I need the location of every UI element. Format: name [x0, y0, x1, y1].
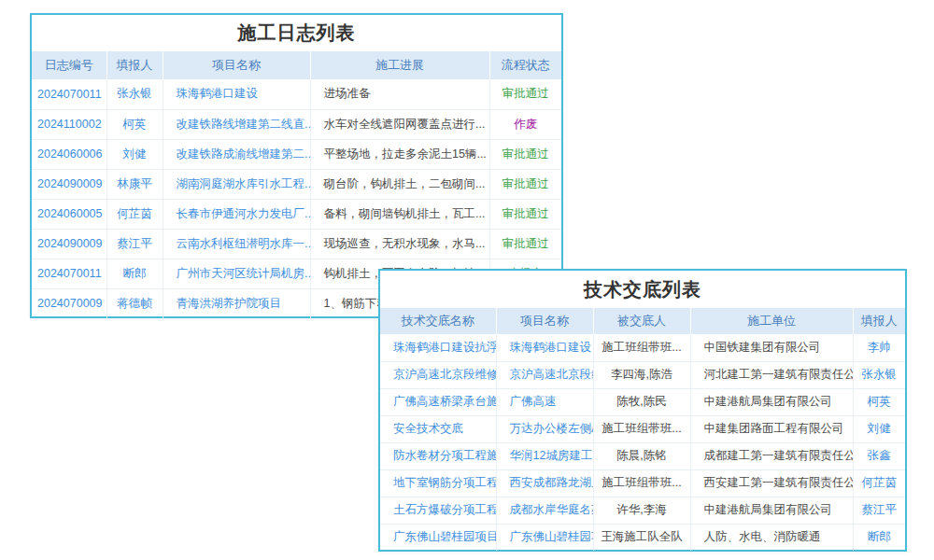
- log-id-link[interactable]: 2024070011: [37, 88, 102, 101]
- reporter-link[interactable]: 李帅: [868, 341, 891, 354]
- project-link[interactable]: 珠海鹤港口建设: [510, 341, 592, 354]
- log-id-link[interactable]: 2024090009: [37, 177, 103, 190]
- column-header-contractor: 施工单位: [690, 308, 853, 334]
- contractor-text: 河北建工第一建筑有限责任公司: [704, 368, 854, 381]
- project-link[interactable]: 广州市天河区统计局机房...: [177, 267, 311, 280]
- project-link[interactable]: 青海洪湖养护院项目: [177, 297, 282, 310]
- project-link[interactable]: 改建铁路线增建第二线直...: [177, 118, 311, 131]
- table-header-row: 日志编号 填报人 项目名称 施工进展 流程状态: [32, 51, 561, 79]
- reporter-link[interactable]: 断郎: [123, 267, 147, 280]
- table-row: 2024110002 柯英 改建铁路线增建第二线直... 水车对全线遮阳网覆盖点…: [32, 109, 561, 139]
- status-badge: 审批通过: [502, 207, 549, 220]
- table-row: 地下室钢筋分项工程... 西安成都路龙湖上... 施工班组带班... 西安建工第…: [380, 469, 905, 497]
- reporter-link[interactable]: 何芷茵: [862, 476, 898, 489]
- log-id-link[interactable]: 2024060005: [37, 207, 103, 220]
- disclosure-name-link[interactable]: 防水卷材分项工程施...: [393, 449, 496, 462]
- table-header-row: 技术交底名称 项目名称 被交底人 施工单位 填报人: [380, 308, 905, 334]
- table-row: 广东佛山碧桂园项目... 广东佛山碧桂园项目 王海施工队全队 人防、水电、消防暖…: [380, 524, 905, 551]
- reporter-link[interactable]: 蒋德帧: [117, 297, 152, 310]
- recipient-text: 陈晨,陈铭: [616, 449, 666, 462]
- tech-disclosure-panel: 技术交底列表 技术交底名称 项目名称 被交底人 施工单位 填报人 珠海鹤港口建设…: [378, 269, 907, 552]
- table-row: 广佛高速桥梁承台施... 广佛高速 陈牧,陈民 中建港航局集团有限公司 柯英: [380, 388, 905, 415]
- status-badge: 审批通过: [502, 147, 549, 161]
- recipient-text: 施工班组带班...: [601, 422, 681, 435]
- progress-text: 平整场地，拉走多余泥土15辆...: [324, 147, 487, 161]
- column-header-disclosure-name: 技术交底名称: [380, 308, 496, 334]
- disclosure-name-link[interactable]: 京沪高速北京段维修...: [393, 368, 496, 381]
- column-header-project: 项目名称: [496, 308, 593, 334]
- column-header-reporter: 填报人: [853, 308, 905, 334]
- table-row: 2024060005 何芷茵 长春市伊通河水力发电厂... 备料，砌间墙钩机排土…: [32, 199, 561, 229]
- log-id-link[interactable]: 2024090009: [37, 237, 103, 250]
- contractor-text: 中建港航局集团有限公司: [704, 503, 833, 516]
- reporter-link[interactable]: 林康平: [117, 177, 152, 190]
- recipient-text: 施工班组带班...: [601, 476, 681, 489]
- progress-text: 水车对全线遮阳网覆盖点进行...: [324, 118, 486, 131]
- reporter-link[interactable]: 刘健: [123, 147, 147, 161]
- project-link[interactable]: 云南水利枢纽潜明水库一...: [177, 237, 311, 250]
- project-link[interactable]: 京沪高速北京段维修: [510, 368, 594, 381]
- column-header-project: 项目名称: [163, 51, 310, 79]
- reporter-link[interactable]: 断郎: [868, 530, 891, 543]
- contractor-text: 中建集团路面工程有限公司: [704, 422, 844, 435]
- table-row: 京沪高速北京段维修... 京沪高速北京段维修 李四海,陈浩 河北建工第一建筑有限…: [380, 361, 905, 388]
- status-badge: 作废: [514, 118, 537, 131]
- recipient-text: 许华,李海: [616, 503, 666, 516]
- column-header-reporter: 填报人: [106, 51, 163, 79]
- project-link[interactable]: 珠海鹤港口建设: [177, 87, 259, 100]
- column-header-status: 流程状态: [489, 51, 561, 79]
- log-id-link[interactable]: 2024110002: [37, 118, 102, 131]
- disclosure-name-link[interactable]: 安全技术交底: [393, 422, 463, 435]
- table-row: 安全技术交底 万达办公楼左侧A... 施工班组带班... 中建集团路面工程有限公…: [380, 415, 905, 442]
- log-id-link[interactable]: 2024060006: [37, 147, 103, 161]
- recipient-text: 陈牧,陈民: [616, 395, 666, 408]
- reporter-link[interactable]: 张永银: [862, 368, 898, 381]
- column-header-progress: 施工进展: [310, 51, 489, 79]
- page-title: 技术交底列表: [380, 271, 905, 308]
- reporter-link[interactable]: 蔡江平: [117, 237, 152, 250]
- contractor-text: 中建港航局集团有限公司: [704, 395, 833, 408]
- disclosure-name-link[interactable]: 珠海鹤港口建设抗浮...: [393, 341, 496, 354]
- contractor-text: 人防、水电、消防暖通: [704, 530, 821, 543]
- column-header-recipient: 被交底人: [593, 308, 690, 334]
- table-row: 防水卷材分项工程施... 华润12城房建工... 陈晨,陈铭 成都建工第一建筑有…: [380, 442, 905, 469]
- log-id-link[interactable]: 2024070011: [37, 267, 102, 280]
- reporter-link[interactable]: 柯英: [123, 118, 147, 131]
- project-link[interactable]: 成都水岸华庭名苑...: [510, 503, 594, 516]
- project-link[interactable]: 西安成都路龙湖上...: [510, 476, 594, 489]
- status-badge: 审批通过: [502, 87, 549, 100]
- tech-disclosure-table: 技术交底名称 项目名称 被交底人 施工单位 填报人 珠海鹤港口建设抗浮... 珠…: [380, 308, 905, 551]
- log-id-link[interactable]: 2024070009: [37, 297, 103, 310]
- disclosure-name-link[interactable]: 地下室钢筋分项工程...: [393, 476, 496, 489]
- disclosure-name-link[interactable]: 广东佛山碧桂园项目...: [393, 530, 496, 543]
- table-row: 2024060006 刘健 改建铁路成渝线增建第二... 平整场地，拉走多余泥土…: [32, 139, 561, 169]
- contractor-text: 中国铁建集团有限公司: [704, 341, 821, 354]
- reporter-link[interactable]: 蔡江平: [862, 503, 898, 516]
- recipient-text: 李四海,陈浩: [611, 368, 672, 381]
- reporter-link[interactable]: 柯英: [868, 395, 891, 408]
- reporter-link[interactable]: 何芷茵: [117, 207, 152, 220]
- table-row: 2024070011 张永银 珠海鹤港口建设 进场准备 审批通过: [32, 79, 561, 109]
- recipient-text: 王海施工队全队: [601, 530, 683, 543]
- contractor-text: 成都建工第一建筑有限责任公司: [704, 449, 854, 462]
- project-link[interactable]: 华润12城房建工...: [510, 449, 594, 462]
- project-link[interactable]: 广东佛山碧桂园项目: [510, 530, 594, 543]
- project-link[interactable]: 长春市伊通河水力发电厂...: [177, 207, 311, 220]
- page-title: 施工日志列表: [32, 15, 561, 51]
- status-badge: 审批通过: [502, 237, 549, 250]
- reporter-link[interactable]: 张永银: [117, 87, 152, 100]
- project-link[interactable]: 万达办公楼左侧A...: [510, 422, 594, 435]
- disclosure-name-link[interactable]: 土石方爆破分项工程...: [393, 503, 496, 516]
- table-row: 2024090009 蔡江平 云南水利枢纽潜明水库一... 现场巡查，无积水现象…: [32, 229, 561, 259]
- project-link[interactable]: 改建铁路成渝线增建第二...: [177, 147, 311, 161]
- disclosure-name-link[interactable]: 广佛高速桥梁承台施...: [393, 395, 496, 408]
- table-row: 珠海鹤港口建设抗浮... 珠海鹤港口建设 施工班组带班... 中国铁建集团有限公…: [380, 334, 905, 361]
- progress-text: 现场巡查，无积水现象，水马...: [324, 237, 486, 250]
- reporter-link[interactable]: 刘健: [868, 422, 891, 435]
- project-link[interactable]: 广佛高速: [510, 395, 557, 408]
- table-row: 2024090009 林康平 湖南洞庭湖水库引水工程... 砌台阶，钩机排土，二…: [32, 169, 561, 199]
- status-badge: 审批通过: [502, 177, 549, 190]
- column-header-log-id: 日志编号: [32, 51, 106, 79]
- project-link[interactable]: 湖南洞庭湖水库引水工程...: [177, 177, 311, 190]
- reporter-link[interactable]: 张鑫: [868, 449, 891, 462]
